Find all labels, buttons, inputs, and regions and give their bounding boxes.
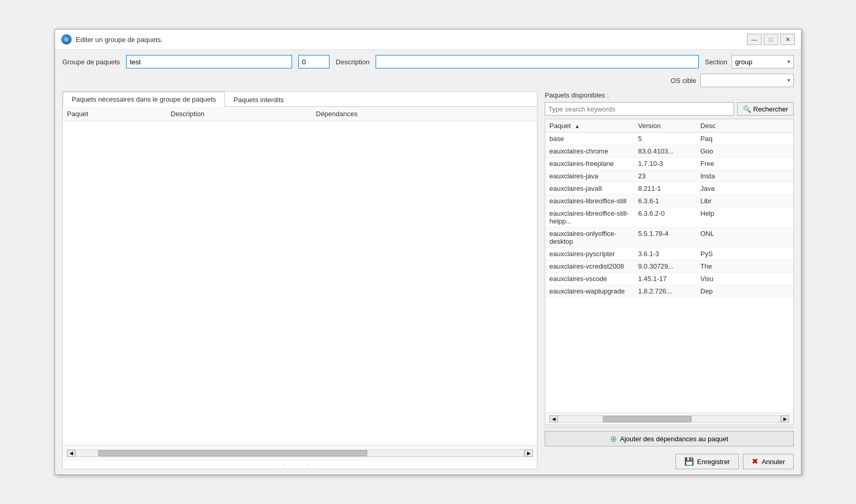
left-horizontal-scrollbar[interactable]: ◀ ▶: [67, 447, 533, 459]
avail-horizontal-scrollbar[interactable]: ◀ ▶: [545, 413, 793, 425]
table-row[interactable]: eauxclaires-onlyoffice-desktop 5.5.1.78-…: [545, 228, 793, 248]
pkg-name: eauxclaires-waptupgrade: [549, 287, 638, 295]
close-button[interactable]: ✕: [780, 34, 795, 45]
pkg-desc: Help: [700, 209, 789, 225]
avail-table-body: base 5 Paq eauxclaires-chrome 83.0.4103.…: [545, 133, 793, 413]
pkg-version: 23: [638, 172, 700, 180]
cancel-label: Annuler: [762, 458, 785, 466]
tabs: Paquets nécessaires dans le groupe de pa…: [63, 92, 537, 107]
form-row-1: Groupe de paquets Description Section gr…: [55, 50, 801, 74]
section-select[interactable]: group base optional: [731, 55, 794, 68]
os-row: OS cible: [55, 74, 801, 91]
left-col-paquet: Paquet: [67, 110, 171, 118]
os-select-wrap: [700, 74, 794, 87]
pkg-desc: Java: [700, 185, 789, 192]
left-scroll-left-arrow[interactable]: ◀: [67, 450, 75, 457]
avail-scroll-right-arrow[interactable]: ▶: [781, 415, 789, 423]
pkg-desc: Free: [700, 160, 789, 167]
splitter-dots: · · · · · · · ·: [278, 462, 323, 468]
left-scroll-thumb[interactable]: [98, 450, 367, 456]
pkg-desc: ONL: [700, 230, 789, 245]
group-label: Groupe de paquets: [62, 58, 120, 66]
pkg-name: eauxclaires-freeplane: [549, 160, 638, 167]
cancel-icon: ✖: [752, 457, 758, 466]
left-panel: Paquets nécessaires dans le groupe de pa…: [62, 91, 537, 469]
avail-scroll-track[interactable]: [558, 415, 781, 423]
bottom-buttons: 💾 Enregistrer ✖ Annuler: [545, 450, 794, 469]
pkg-name: eauxclaires-onlyoffice-desktop: [549, 230, 638, 245]
left-scroll-right-arrow[interactable]: ▶: [524, 450, 533, 457]
pkg-version: 1.7.10-3: [638, 160, 700, 167]
table-row[interactable]: eauxclaires-pyscripter 3.6.1-3 PyS: [545, 248, 793, 260]
left-scroll-track[interactable]: [75, 450, 524, 457]
table-row[interactable]: eauxclaires-vcredist2008 9.0.30729... Th…: [545, 260, 793, 273]
avail-col-description: Desc: [700, 122, 789, 130]
group-input[interactable]: [126, 55, 292, 68]
add-deps-label: Ajouter des dépendances au paquet: [620, 435, 728, 443]
splitter: · · · · · · · ·: [63, 461, 537, 469]
table-row[interactable]: eauxclaires-chrome 83.0.4103... Goo: [545, 145, 793, 158]
sort-arrow-icon: ▲: [575, 123, 580, 129]
pkg-version: 1.45.1-17: [638, 275, 700, 283]
minimize-button[interactable]: —: [747, 34, 762, 45]
save-button[interactable]: 💾 Enregistrer: [675, 454, 739, 469]
available-label: Paquets disponibles :: [545, 91, 794, 99]
description-input[interactable]: [376, 55, 698, 68]
os-select[interactable]: [700, 74, 794, 87]
pkg-desc: The: [700, 262, 789, 270]
pkg-desc: Libr: [700, 197, 789, 205]
maximize-button[interactable]: □: [764, 34, 778, 45]
avail-scroll-left-arrow[interactable]: ◀: [549, 415, 558, 423]
app-icon: [61, 34, 72, 45]
pkg-version: 9.0.30729...: [638, 262, 700, 270]
save-icon: 💾: [684, 457, 694, 466]
avail-scroll-thumb[interactable]: [603, 416, 692, 422]
search-input[interactable]: [545, 102, 734, 116]
table-row[interactable]: eauxclaires-java8 8.211-1 Java: [545, 183, 793, 195]
main-area: Paquets nécessaires dans le groupe de pa…: [55, 91, 801, 474]
pkg-desc: PyS: [700, 250, 789, 258]
table-row[interactable]: eauxclaires-java 23 Insta: [545, 170, 793, 183]
title-bar: Editer un groupe de paquets. — □ ✕: [55, 30, 801, 50]
pkg-version: 83.0.4103...: [638, 147, 700, 155]
pkg-desc: Goo: [700, 147, 789, 155]
pkg-version: 3.6.1-3: [638, 250, 700, 258]
table-row[interactable]: base 5 Paq: [545, 133, 793, 145]
pkg-desc: Visu: [700, 275, 789, 283]
add-deps-icon: ⊕: [610, 434, 617, 444]
pkg-version: 5: [638, 135, 700, 143]
avail-table-header: Paquet ▲ Version Desc: [545, 119, 793, 133]
description-label: Description: [336, 58, 369, 66]
pkg-name: base: [549, 135, 638, 143]
table-row[interactable]: eauxclaires-vscode 1.45.1-17 Visu: [545, 273, 793, 285]
pkg-name: eauxclaires-libreoffice-still: [549, 197, 638, 205]
window-controls: — □ ✕: [747, 34, 795, 45]
table-row[interactable]: eauxclaires-libreoffice-still-helpp... 6…: [545, 207, 793, 228]
pkg-name: eauxclaires-libreoffice-still-helpp...: [549, 209, 638, 225]
pkg-name: eauxclaires-java8: [549, 185, 638, 192]
left-table-body: [63, 121, 537, 445]
pkg-name: eauxclaires-chrome: [549, 147, 638, 155]
pkg-desc: Paq: [700, 135, 789, 143]
search-button[interactable]: 🔍 Rechercher: [737, 102, 794, 116]
pkg-version: 6.3.6.2-0: [638, 209, 700, 225]
window-title: Editer un groupe de paquets.: [76, 36, 163, 44]
avail-col-version: Version: [638, 122, 700, 130]
tab-required[interactable]: Paquets nécessaires dans le groupe de pa…: [63, 92, 225, 107]
tab-forbidden[interactable]: Paquets interdits: [225, 92, 293, 107]
search-icon: 🔍: [743, 105, 751, 113]
add-deps-button[interactable]: ⊕ Ajouter des dépendances au paquet: [545, 431, 794, 446]
number-input[interactable]: [298, 55, 329, 68]
save-label: Enregistrer: [697, 458, 730, 466]
pkg-version: 1.8.2.726...: [638, 287, 700, 295]
pkg-desc: Dep: [700, 287, 789, 295]
pkg-name: eauxclaires-pyscripter: [549, 250, 638, 258]
table-row[interactable]: eauxclaires-freeplane 1.7.10-3 Free: [545, 158, 793, 170]
os-label: OS cible: [671, 77, 696, 85]
pkg-name: eauxclaires-vscode: [549, 275, 638, 283]
cancel-button[interactable]: ✖ Annuler: [743, 454, 794, 469]
add-deps-row: ⊕ Ajouter des dépendances au paquet: [545, 427, 794, 450]
table-row[interactable]: eauxclaires-libreoffice-still 6.3.6-1 Li…: [545, 195, 793, 207]
table-row[interactable]: eauxclaires-waptupgrade 1.8.2.726... Dep: [545, 285, 793, 298]
section-select-wrap: group base optional: [731, 55, 794, 68]
